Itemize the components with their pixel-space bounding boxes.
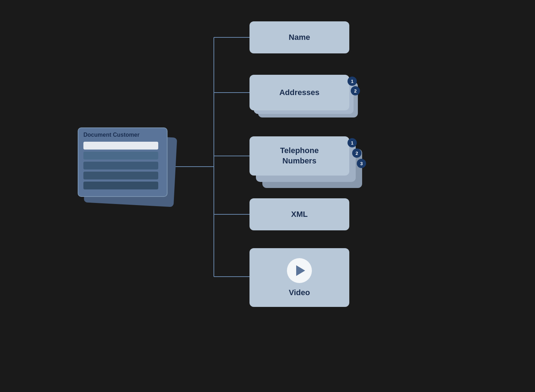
video-label: Video [289, 288, 310, 297]
telephone-label: TelephoneNumbers [280, 146, 319, 166]
document-customer-card[interactable]: Document Customer [78, 127, 174, 206]
telephone-badge-3: 3 [357, 159, 366, 168]
main-canvas: Document Customer Name Addresses 1 2 Tel… [0, 0, 535, 392]
addresses-label: Addresses [279, 88, 320, 97]
doc-row-4 [83, 172, 158, 179]
addresses-card-main[interactable]: Addresses [250, 75, 349, 110]
video-card[interactable]: Video [250, 248, 349, 307]
doc-row-5 [83, 182, 158, 189]
doc-row-1 [83, 142, 158, 150]
xml-label: XML [291, 210, 308, 219]
addresses-card-container: Addresses 1 2 [250, 75, 360, 121]
play-button[interactable] [287, 258, 312, 283]
telephone-card-main[interactable]: TelephoneNumbers [250, 136, 349, 176]
xml-card[interactable]: XML [250, 198, 349, 230]
name-label: Name [289, 33, 310, 42]
doc-row-2 [83, 152, 158, 160]
doc-row-3 [83, 162, 158, 169]
addresses-badge-1: 1 [348, 77, 357, 86]
document-title: Document Customer [83, 132, 162, 138]
telephone-badge-1: 1 [348, 138, 357, 147]
addresses-badge-2: 2 [351, 86, 360, 95]
telephone-card-container: TelephoneNumbers 1 2 3 [250, 136, 371, 192]
telephone-badge-2: 2 [352, 148, 361, 158]
name-card[interactable]: Name [250, 21, 349, 53]
play-triangle-icon [296, 265, 305, 276]
